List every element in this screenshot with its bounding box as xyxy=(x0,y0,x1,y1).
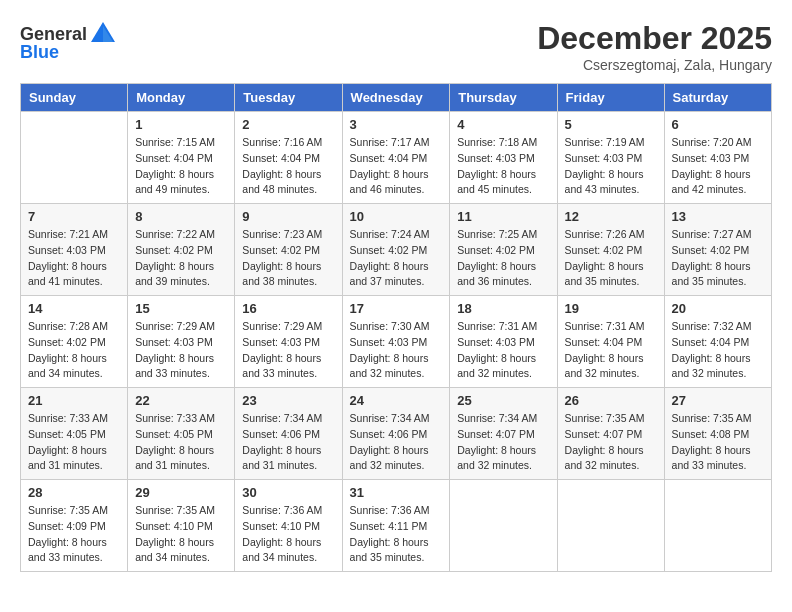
calendar-day-cell: 13Sunrise: 7:27 AM Sunset: 4:02 PM Dayli… xyxy=(664,204,771,296)
calendar-day-cell: 14Sunrise: 7:28 AM Sunset: 4:02 PM Dayli… xyxy=(21,296,128,388)
day-info: Sunrise: 7:21 AM Sunset: 4:03 PM Dayligh… xyxy=(28,227,120,290)
day-info: Sunrise: 7:27 AM Sunset: 4:02 PM Dayligh… xyxy=(672,227,764,290)
day-number: 28 xyxy=(28,485,120,500)
day-number: 24 xyxy=(350,393,443,408)
day-number: 31 xyxy=(350,485,443,500)
day-number: 19 xyxy=(565,301,657,316)
weekday-header-sunday: Sunday xyxy=(21,84,128,112)
calendar-day-cell: 29Sunrise: 7:35 AM Sunset: 4:10 PM Dayli… xyxy=(128,480,235,572)
month-title: December 2025 xyxy=(537,20,772,57)
calendar-day-cell: 31Sunrise: 7:36 AM Sunset: 4:11 PM Dayli… xyxy=(342,480,450,572)
day-number: 7 xyxy=(28,209,120,224)
day-number: 6 xyxy=(672,117,764,132)
calendar-day-cell: 24Sunrise: 7:34 AM Sunset: 4:06 PM Dayli… xyxy=(342,388,450,480)
day-info: Sunrise: 7:28 AM Sunset: 4:02 PM Dayligh… xyxy=(28,319,120,382)
day-info: Sunrise: 7:34 AM Sunset: 4:06 PM Dayligh… xyxy=(242,411,334,474)
calendar-day-cell: 8Sunrise: 7:22 AM Sunset: 4:02 PM Daylig… xyxy=(128,204,235,296)
day-number: 5 xyxy=(565,117,657,132)
day-number: 4 xyxy=(457,117,549,132)
calendar-day-cell: 5Sunrise: 7:19 AM Sunset: 4:03 PM Daylig… xyxy=(557,112,664,204)
calendar-week-row: 1Sunrise: 7:15 AM Sunset: 4:04 PM Daylig… xyxy=(21,112,772,204)
calendar-day-cell: 18Sunrise: 7:31 AM Sunset: 4:03 PM Dayli… xyxy=(450,296,557,388)
calendar-day-cell: 26Sunrise: 7:35 AM Sunset: 4:07 PM Dayli… xyxy=(557,388,664,480)
day-number: 16 xyxy=(242,301,334,316)
day-info: Sunrise: 7:22 AM Sunset: 4:02 PM Dayligh… xyxy=(135,227,227,290)
calendar-day-cell: 23Sunrise: 7:34 AM Sunset: 4:06 PM Dayli… xyxy=(235,388,342,480)
day-number: 2 xyxy=(242,117,334,132)
day-number: 26 xyxy=(565,393,657,408)
calendar-week-row: 28Sunrise: 7:35 AM Sunset: 4:09 PM Dayli… xyxy=(21,480,772,572)
calendar-day-cell: 30Sunrise: 7:36 AM Sunset: 4:10 PM Dayli… xyxy=(235,480,342,572)
day-info: Sunrise: 7:34 AM Sunset: 4:06 PM Dayligh… xyxy=(350,411,443,474)
weekday-header-friday: Friday xyxy=(557,84,664,112)
calendar-day-cell: 17Sunrise: 7:30 AM Sunset: 4:03 PM Dayli… xyxy=(342,296,450,388)
calendar-day-cell: 3Sunrise: 7:17 AM Sunset: 4:04 PM Daylig… xyxy=(342,112,450,204)
day-number: 18 xyxy=(457,301,549,316)
day-info: Sunrise: 7:19 AM Sunset: 4:03 PM Dayligh… xyxy=(565,135,657,198)
calendar-table: SundayMondayTuesdayWednesdayThursdayFrid… xyxy=(20,83,772,572)
day-info: Sunrise: 7:29 AM Sunset: 4:03 PM Dayligh… xyxy=(242,319,334,382)
day-number: 13 xyxy=(672,209,764,224)
calendar-day-cell: 4Sunrise: 7:18 AM Sunset: 4:03 PM Daylig… xyxy=(450,112,557,204)
day-info: Sunrise: 7:35 AM Sunset: 4:09 PM Dayligh… xyxy=(28,503,120,566)
calendar-day-cell: 19Sunrise: 7:31 AM Sunset: 4:04 PM Dayli… xyxy=(557,296,664,388)
day-info: Sunrise: 7:35 AM Sunset: 4:07 PM Dayligh… xyxy=(565,411,657,474)
calendar-day-cell: 22Sunrise: 7:33 AM Sunset: 4:05 PM Dayli… xyxy=(128,388,235,480)
title-section: December 2025 Cserszegtomaj, Zala, Hunga… xyxy=(537,20,772,73)
day-number: 8 xyxy=(135,209,227,224)
day-number: 9 xyxy=(242,209,334,224)
day-number: 29 xyxy=(135,485,227,500)
calendar-day-cell: 25Sunrise: 7:34 AM Sunset: 4:07 PM Dayli… xyxy=(450,388,557,480)
calendar-day-cell: 21Sunrise: 7:33 AM Sunset: 4:05 PM Dayli… xyxy=(21,388,128,480)
calendar-day-cell: 9Sunrise: 7:23 AM Sunset: 4:02 PM Daylig… xyxy=(235,204,342,296)
day-number: 3 xyxy=(350,117,443,132)
day-number: 10 xyxy=(350,209,443,224)
calendar-day-cell: 27Sunrise: 7:35 AM Sunset: 4:08 PM Dayli… xyxy=(664,388,771,480)
day-info: Sunrise: 7:35 AM Sunset: 4:10 PM Dayligh… xyxy=(135,503,227,566)
calendar-week-row: 7Sunrise: 7:21 AM Sunset: 4:03 PM Daylig… xyxy=(21,204,772,296)
empty-cell xyxy=(557,480,664,572)
day-number: 17 xyxy=(350,301,443,316)
day-number: 30 xyxy=(242,485,334,500)
calendar-day-cell: 6Sunrise: 7:20 AM Sunset: 4:03 PM Daylig… xyxy=(664,112,771,204)
calendar-day-cell: 11Sunrise: 7:25 AM Sunset: 4:02 PM Dayli… xyxy=(450,204,557,296)
weekday-header-thursday: Thursday xyxy=(450,84,557,112)
day-number: 21 xyxy=(28,393,120,408)
calendar-day-cell: 12Sunrise: 7:26 AM Sunset: 4:02 PM Dayli… xyxy=(557,204,664,296)
calendar-day-cell: 2Sunrise: 7:16 AM Sunset: 4:04 PM Daylig… xyxy=(235,112,342,204)
day-info: Sunrise: 7:35 AM Sunset: 4:08 PM Dayligh… xyxy=(672,411,764,474)
empty-cell xyxy=(450,480,557,572)
day-info: Sunrise: 7:18 AM Sunset: 4:03 PM Dayligh… xyxy=(457,135,549,198)
calendar-day-cell: 10Sunrise: 7:24 AM Sunset: 4:02 PM Dayli… xyxy=(342,204,450,296)
day-info: Sunrise: 7:15 AM Sunset: 4:04 PM Dayligh… xyxy=(135,135,227,198)
day-info: Sunrise: 7:20 AM Sunset: 4:03 PM Dayligh… xyxy=(672,135,764,198)
day-number: 12 xyxy=(565,209,657,224)
logo-blue-text: Blue xyxy=(20,42,59,63)
calendar-day-cell: 15Sunrise: 7:29 AM Sunset: 4:03 PM Dayli… xyxy=(128,296,235,388)
day-number: 23 xyxy=(242,393,334,408)
day-info: Sunrise: 7:33 AM Sunset: 4:05 PM Dayligh… xyxy=(28,411,120,474)
calendar-day-cell: 16Sunrise: 7:29 AM Sunset: 4:03 PM Dayli… xyxy=(235,296,342,388)
weekday-header-monday: Monday xyxy=(128,84,235,112)
location: Cserszegtomaj, Zala, Hungary xyxy=(537,57,772,73)
calendar-day-cell: 28Sunrise: 7:35 AM Sunset: 4:09 PM Dayli… xyxy=(21,480,128,572)
day-info: Sunrise: 7:17 AM Sunset: 4:04 PM Dayligh… xyxy=(350,135,443,198)
day-number: 15 xyxy=(135,301,227,316)
logo-icon xyxy=(89,20,117,48)
day-number: 25 xyxy=(457,393,549,408)
day-info: Sunrise: 7:31 AM Sunset: 4:04 PM Dayligh… xyxy=(565,319,657,382)
day-number: 11 xyxy=(457,209,549,224)
weekday-header-tuesday: Tuesday xyxy=(235,84,342,112)
day-info: Sunrise: 7:34 AM Sunset: 4:07 PM Dayligh… xyxy=(457,411,549,474)
day-info: Sunrise: 7:36 AM Sunset: 4:11 PM Dayligh… xyxy=(350,503,443,566)
calendar-week-row: 21Sunrise: 7:33 AM Sunset: 4:05 PM Dayli… xyxy=(21,388,772,480)
day-info: Sunrise: 7:30 AM Sunset: 4:03 PM Dayligh… xyxy=(350,319,443,382)
day-info: Sunrise: 7:36 AM Sunset: 4:10 PM Dayligh… xyxy=(242,503,334,566)
day-info: Sunrise: 7:29 AM Sunset: 4:03 PM Dayligh… xyxy=(135,319,227,382)
day-info: Sunrise: 7:31 AM Sunset: 4:03 PM Dayligh… xyxy=(457,319,549,382)
day-number: 22 xyxy=(135,393,227,408)
page-header: General Blue December 2025 Cserszegtomaj… xyxy=(20,20,772,73)
weekday-header-row: SundayMondayTuesdayWednesdayThursdayFrid… xyxy=(21,84,772,112)
day-info: Sunrise: 7:25 AM Sunset: 4:02 PM Dayligh… xyxy=(457,227,549,290)
day-info: Sunrise: 7:16 AM Sunset: 4:04 PM Dayligh… xyxy=(242,135,334,198)
